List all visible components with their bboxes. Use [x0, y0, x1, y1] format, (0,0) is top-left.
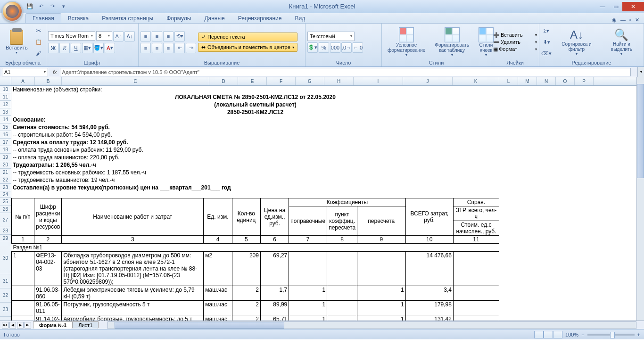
- office-button[interactable]: [2, 1, 23, 22]
- sheet-tab-list1[interactable]: Лист1: [72, 321, 99, 329]
- row-header[interactable]: 26: [0, 205, 11, 213]
- conditional-formatting-button[interactable]: Условное форматирование▾: [384, 25, 429, 58]
- row-header[interactable]: 29: [0, 235, 11, 242]
- column-header[interactable]: I: [354, 77, 403, 85]
- horizontal-scrollbar[interactable]: [107, 321, 636, 329]
- row-header[interactable]: 11: [0, 93, 11, 101]
- row-header[interactable]: 25: [0, 198, 11, 205]
- zoom-in-button[interactable]: +: [637, 332, 640, 337]
- align-bottom-button[interactable]: ≡: [163, 31, 173, 41]
- decrease-decimal-button[interactable]: ←.0: [353, 42, 363, 53]
- tab-data[interactable]: Данные: [198, 14, 231, 23]
- format-as-table-button[interactable]: Форматировать как таблицу▾: [431, 25, 473, 58]
- select-all-corner[interactable]: [0, 77, 11, 85]
- column-header[interactable]: K: [453, 77, 499, 85]
- column-header[interactable]: M: [518, 77, 537, 85]
- comma-button[interactable]: 000: [330, 42, 340, 53]
- row-header[interactable]: 30: [0, 242, 11, 274]
- qat-customize-icon[interactable]: ▾: [59, 2, 68, 11]
- row-header[interactable]: 33: [0, 303, 11, 317]
- column-header[interactable]: A: [11, 77, 35, 85]
- spreadsheet-grid[interactable]: ABCDEFGHIJKLMNOP 10111213141516171819202…: [0, 77, 644, 320]
- column-header[interactable]: H: [324, 77, 354, 85]
- help-icon[interactable]: ◉: [612, 17, 617, 23]
- cell[interactable]: -- оплата труда основных рабочих: 11 929…: [11, 146, 499, 154]
- tab-formulas[interactable]: Формулы: [160, 14, 198, 23]
- row-header[interactable]: 17: [0, 139, 11, 146]
- redo-icon[interactable]: ↷: [48, 2, 57, 11]
- number-format-combo[interactable]: Текстовый: [307, 32, 355, 41]
- column-header[interactable]: L: [499, 77, 518, 85]
- minimize-ribbon-icon[interactable]: —: [620, 17, 626, 23]
- format-cells-button[interactable]: Формат: [499, 46, 534, 52]
- cell[interactable]: Составлен(а) в уровне текущих(прогнозных…: [11, 184, 499, 191]
- sheet-tab-form1[interactable]: Форма №1: [33, 321, 73, 329]
- format-painter-button[interactable]: 🖌: [33, 48, 44, 58]
- cell[interactable]: Основание:: [11, 116, 499, 123]
- column-header[interactable]: F: [267, 77, 296, 85]
- tab-page-layout[interactable]: Разметка страницы: [95, 14, 160, 23]
- vertical-scrollbar[interactable]: [636, 77, 644, 320]
- copy-button[interactable]: 📋: [33, 37, 44, 47]
- row-header[interactable]: 28: [0, 227, 11, 235]
- column-header[interactable]: O: [556, 77, 575, 85]
- tab-view[interactable]: Вид: [288, 14, 312, 23]
- column-header[interactable]: J: [403, 77, 453, 85]
- merge-center-button[interactable]: ⬌Объединить и поместить в центре▾: [198, 43, 297, 52]
- name-box[interactable]: A1: [2, 68, 48, 76]
- cell[interactable]: Средства на оплату труда: 12 149,00 руб.: [11, 139, 499, 146]
- restore-window-icon[interactable]: ▫: [629, 17, 631, 23]
- decrease-indent-button[interactable]: ⇤: [174, 43, 185, 53]
- clear-button[interactable]: ⌫▾: [541, 48, 552, 58]
- column-header[interactable]: G: [296, 77, 324, 85]
- cell[interactable]: -- строительных работ: 54 594,00 руб.: [11, 131, 499, 139]
- close-workbook-icon[interactable]: ✕: [635, 17, 639, 23]
- border-button[interactable]: ▦▾: [82, 43, 92, 53]
- row-header[interactable]: 32: [0, 288, 11, 303]
- column-header[interactable]: P: [575, 77, 594, 85]
- tab-nav-prev-icon[interactable]: ◀: [9, 322, 16, 329]
- fx-icon[interactable]: fx: [50, 69, 60, 75]
- zoom-out-button[interactable]: −: [581, 332, 584, 337]
- paste-button[interactable]: Вставить ▾: [2, 25, 32, 58]
- insert-cells-button[interactable]: Вставить: [501, 32, 534, 38]
- row-header[interactable]: 23: [0, 184, 11, 191]
- formula-input[interactable]: Адепт:Управление строительством v 10.5 ©…: [60, 68, 631, 76]
- close-button[interactable]: ✕: [622, 2, 644, 11]
- cell[interactable]: -- трудоемкость машинистов: 19 чел.-ч: [11, 176, 499, 184]
- align-middle-button[interactable]: ≡: [152, 31, 162, 41]
- row-header[interactable]: 27: [0, 213, 11, 227]
- font-size-combo[interactable]: 8: [96, 31, 112, 41]
- row-header[interactable]: 10: [0, 86, 11, 93]
- zoom-level[interactable]: 100%: [565, 332, 578, 337]
- percent-button[interactable]: %: [319, 42, 329, 53]
- row-header[interactable]: 15: [0, 123, 11, 131]
- underline-button[interactable]: Ч: [71, 43, 81, 53]
- orientation-button[interactable]: ⟲▾: [174, 31, 185, 41]
- find-select-button[interactable]: 🔍 Найти и выделить▾: [602, 25, 642, 58]
- delete-cells-button[interactable]: Удалить: [501, 39, 534, 45]
- font-color-button[interactable]: A▾: [105, 43, 115, 53]
- cell[interactable]: Наименование (объекта) стройки:: [11, 86, 499, 93]
- zoom-slider[interactable]: [587, 334, 635, 336]
- column-header[interactable]: C: [62, 77, 209, 85]
- undo-icon[interactable]: ↶: [37, 2, 45, 11]
- tab-home[interactable]: Главная: [25, 13, 61, 23]
- cut-button[interactable]: ✂: [33, 25, 44, 36]
- row-header[interactable]: 13: [0, 108, 11, 116]
- fill-button[interactable]: ⬇▾: [541, 37, 552, 47]
- row-header[interactable]: 12: [0, 101, 11, 108]
- expand-formula-bar-icon[interactable]: ▾: [637, 67, 644, 77]
- cell[interactable]: 2850-2501-КМ2.ЛС12: [11, 108, 499, 116]
- cell[interactable]: -- оплата труда машинистов: 220,00 руб.: [11, 154, 499, 161]
- grow-font-button[interactable]: A↑: [113, 31, 124, 41]
- cell[interactable]: Сметная стоимость: 54 594,00 руб.: [11, 123, 499, 131]
- cell[interactable]: ЛОКАЛЬНАЯ СМЕТА № 2850-2501-КМ2.ЛС12 от …: [11, 93, 499, 101]
- column-header[interactable]: D: [209, 77, 238, 85]
- tab-review[interactable]: Рецензирование: [231, 14, 289, 23]
- row-header[interactable]: 31: [0, 274, 11, 288]
- column-header[interactable]: E: [238, 77, 267, 85]
- shrink-font-button[interactable]: A↓: [124, 31, 135, 41]
- align-top-button[interactable]: ≡: [140, 31, 151, 41]
- increase-decimal-button[interactable]: .0→: [341, 42, 352, 53]
